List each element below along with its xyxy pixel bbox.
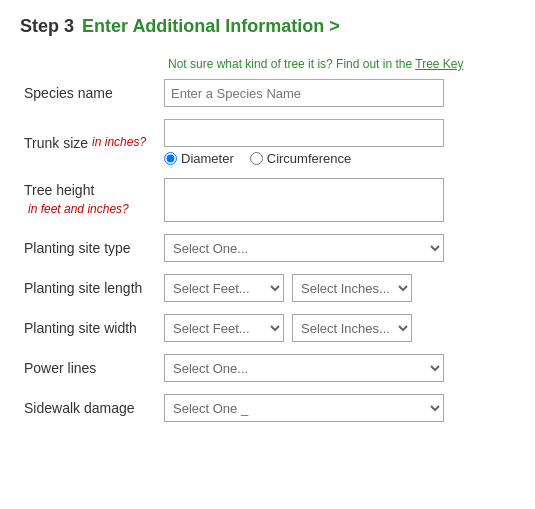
step-label: Step 3 (20, 16, 74, 37)
planting-site-type-select[interactable]: Select One... (164, 234, 444, 262)
planting-site-width-label: Planting site width (24, 320, 137, 336)
planting-site-width-inches-select[interactable]: Select Inches... (292, 314, 412, 342)
circumference-label: Circumference (267, 151, 352, 166)
planting-site-length-row: Planting site length Select Feet... Sele… (20, 268, 515, 308)
planting-site-width-row: Planting site width Select Feet... Selec… (20, 308, 515, 348)
circumference-radio[interactable] (250, 152, 263, 165)
planting-site-length-label: Planting site length (24, 280, 142, 296)
sidewalk-damage-row: Sidewalk damage Select One _ (20, 388, 515, 428)
planting-site-length-feet-select[interactable]: Select Feet... (164, 274, 284, 302)
power-lines-label: Power lines (24, 360, 96, 376)
species-name-input[interactable] (164, 79, 444, 107)
tree-height-note: in feet and inches? (28, 202, 129, 218)
planting-site-width-feet-select[interactable]: Select Feet... (164, 314, 284, 342)
sidewalk-damage-label: Sidewalk damage (24, 400, 135, 416)
tree-key-note: Not sure what kind of tree it is? Find o… (164, 57, 511, 71)
tree-height-label: Tree height (24, 182, 94, 198)
trunk-size-row: Trunk size in inches? Diameter Circumfer… (20, 113, 515, 172)
species-name-label: Species name (24, 85, 113, 101)
trunk-size-note: in inches? (92, 135, 146, 151)
tree-key-row: Not sure what kind of tree it is? Find o… (20, 51, 515, 73)
tree-key-text: Not sure what kind of tree it is? Find o… (168, 57, 412, 71)
planting-site-type-label: Planting site type (24, 240, 131, 256)
sidewalk-damage-select[interactable]: Select One _ (164, 394, 444, 422)
tree-key-link[interactable]: Tree Key (415, 57, 463, 71)
tree-height-input[interactable] (164, 178, 444, 222)
power-lines-select[interactable]: Select One... (164, 354, 444, 382)
species-name-row: Species name (20, 73, 515, 113)
circumference-radio-label[interactable]: Circumference (250, 151, 352, 166)
diameter-radio[interactable] (164, 152, 177, 165)
step-header: Step 3 Enter Additional Information > (20, 16, 515, 37)
tree-height-row: Tree height in feet and inches? (20, 172, 515, 228)
diameter-radio-label[interactable]: Diameter (164, 151, 234, 166)
diameter-label: Diameter (181, 151, 234, 166)
planting-site-type-row: Planting site type Select One... (20, 228, 515, 268)
trunk-size-label: Trunk size (24, 135, 88, 151)
planting-site-length-inches-select[interactable]: Select Inches... (292, 274, 412, 302)
power-lines-row: Power lines Select One... (20, 348, 515, 388)
trunk-size-input[interactable] (164, 119, 444, 147)
step-title: Enter Additional Information > (82, 16, 340, 37)
